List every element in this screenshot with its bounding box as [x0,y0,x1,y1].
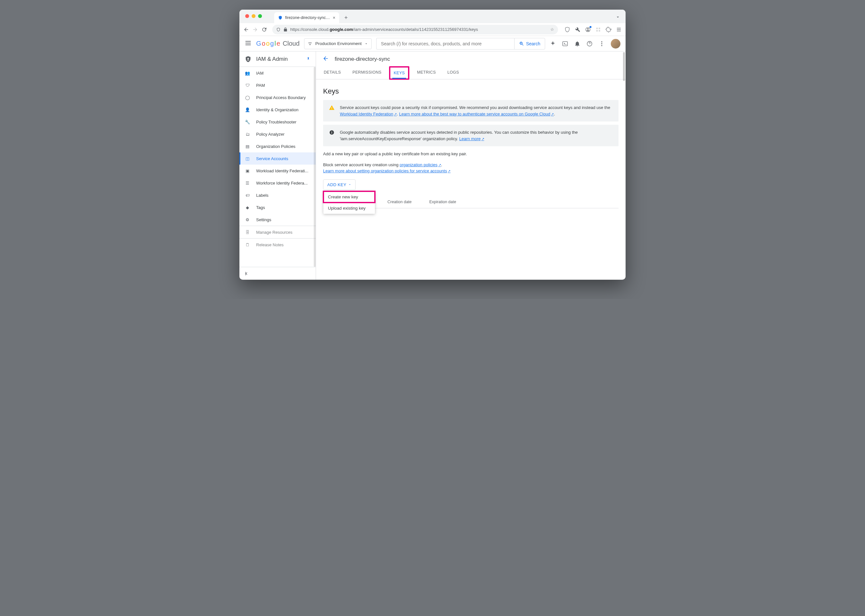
pocket-icon[interactable] [564,27,570,33]
sidebar-item-iam[interactable]: 👥IAM [239,67,316,79]
sidebar-item-settings[interactable]: ⚙Settings [239,214,316,226]
sidebar-item-org-policies[interactable]: ▤Organization Policies [239,140,316,152]
sidebar-item-release-notes[interactable]: 🗒Release Notes [239,239,316,251]
external-icon: ↗ [447,169,451,173]
sidebar: IAM & Admin 👥IAM 🛡PAM ◯Principal Access … [239,52,316,280]
paragraph-block: Block service account key creation using… [323,162,619,174]
external-icon: ↗ [438,163,441,167]
external-icon: ↗ [394,112,397,116]
col-expiration-date: Expiration date [429,200,458,204]
lock-icon [283,27,288,32]
sidebar-item-pam[interactable]: 🛡PAM [239,79,316,91]
svg-point-6 [309,42,310,43]
sparkle-icon[interactable] [550,41,556,47]
bookmark-star-icon[interactable]: ☆ [550,27,554,32]
sidebar-item-identity-org[interactable]: 👤Identity & Organization [239,104,316,116]
search-button[interactable]: Search [514,38,545,50]
tab-logs[interactable]: LOGS [446,67,460,79]
search-field[interactable] [380,41,510,47]
shield-icon [278,16,282,20]
maximize-window-icon[interactable] [258,14,262,18]
gcp-header: Google Cloud Production Environment Sear… [239,36,626,52]
notifications-icon[interactable] [574,41,581,47]
tabs-overflow-icon[interactable] [615,14,621,20]
svg-point-8 [309,44,310,45]
svg-point-1 [587,28,589,30]
shield-icon: 🛡 [244,83,251,88]
avatar[interactable] [611,39,621,49]
new-tab-button[interactable]: + [341,13,351,22]
search-input[interactable] [376,38,514,50]
link-learn-more[interactable]: Learn more↗ [459,136,484,141]
doc-icon: ▤ [244,144,251,149]
sidebar-collapse[interactable] [239,267,316,280]
header-right [550,39,621,49]
browser-toolbar: https://console.cloud.google.com/iam-adm… [239,23,626,36]
analyzer-icon: 🗂 [244,132,251,137]
sidebar-item-pab[interactable]: ◯Principal Access Boundary [239,91,316,104]
wrench-icon: 🔧 [244,119,251,124]
nav-forward-icon [252,27,258,33]
link-wif[interactable]: Workload Identity Federation↗ [340,112,397,116]
pin-icon[interactable] [306,57,310,61]
alert-text: Service account keys could pose a securi… [340,104,613,117]
info-icon [329,130,335,142]
sidebar-item-tags[interactable]: ◆Tags [239,201,316,214]
puzzle-icon[interactable] [606,27,611,33]
chevron-down-icon [364,42,368,46]
menu-icon[interactable] [616,27,622,33]
wrench-icon[interactable] [575,27,581,33]
address-bar[interactable]: https://console.cloud.google.com/iam-adm… [272,25,558,35]
minimize-window-icon[interactable] [252,14,255,18]
link-org-policies[interactable]: organization policies↗ [400,162,441,167]
sidebar-item-manage-resources[interactable]: 🗄Manage Resources [239,226,316,238]
sidebar-item-workforce-if[interactable]: ☰Workforce Identity Federa... [239,177,316,189]
browser-window: firezone-directory-sync – IAM & × + http… [239,9,626,280]
sidebar-list[interactable]: 👥IAM 🛡PAM ◯Principal Access Boundary 👤Id… [239,67,316,267]
upload-existing-key-item[interactable]: Upload existing key [323,203,375,214]
sidebar-item-service-accounts[interactable]: ◫Service Accounts [239,152,316,165]
toolbar-right [564,27,622,33]
chevron-down-icon [348,183,351,186]
gcp-logo[interactable]: Google Cloud [256,40,299,47]
tab-keys[interactable]: KEYS [392,68,406,79]
svg-point-14 [247,58,249,59]
add-key-button[interactable]: ADD KEY [323,180,355,190]
svg-rect-5 [599,30,600,31]
sidebar-item-labels[interactable]: 🏷Labels [239,189,316,201]
url-text: https://console.cloud.google.com/iam-adm… [290,27,478,32]
sidebar-item-policy-analyzer[interactable]: 🗂Policy Analyzer [239,128,316,140]
svg-point-7 [310,42,311,43]
back-button[interactable] [323,55,329,63]
boundary-icon: ◯ [244,95,251,100]
tab-metrics[interactable]: METRICS [416,67,437,79]
svg-point-12 [601,43,602,44]
link-learn-org-policies[interactable]: Learn more about setting organization po… [323,168,451,173]
add-key-dropdown: Create new key Upload existing key [323,191,375,214]
tab-details[interactable]: DETAILS [323,67,342,79]
sidebar-item-workload-if[interactable]: ▣Workload Identity Federati... [239,165,316,177]
tab-permissions[interactable]: PERMISSIONS [351,67,383,79]
more-vert-icon[interactable] [599,41,605,47]
tab-close-icon[interactable]: × [333,15,335,20]
browser-tab[interactable]: firezone-directory-sync – IAM & × [274,12,339,23]
cloudshell-icon[interactable] [562,41,568,47]
window-controls [245,14,262,18]
paragraph-addkey: Add a new key pair or upload a public ke… [323,151,619,157]
sidebar-item-policy-troubleshooter[interactable]: 🔧Policy Troubleshooter [239,116,316,128]
list-icon: ☰ [244,181,251,185]
account-icon[interactable] [585,27,591,33]
reload-icon[interactable] [261,27,267,33]
hamburger-icon[interactable] [244,39,252,47]
help-icon[interactable] [586,41,593,47]
nav-back-icon[interactable] [243,27,249,33]
search-icon [519,41,524,46]
service-account-icon: ◫ [244,156,251,161]
create-new-key-item[interactable]: Create new key [323,191,375,203]
link-best-way[interactable]: Learn more about the best way to authent… [399,112,554,116]
project-selector[interactable]: Production Environment [304,38,372,49]
warning-icon [329,105,335,117]
close-window-icon[interactable] [245,14,249,18]
extensions-icon[interactable] [596,27,601,33]
shield-outline-icon [276,27,280,32]
